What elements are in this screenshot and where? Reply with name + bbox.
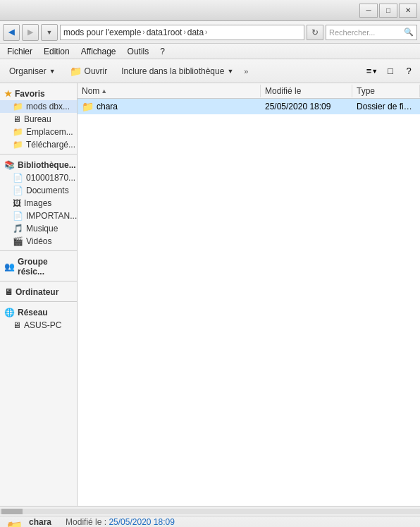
menu-affichage[interactable]: Affichage <box>75 45 122 58</box>
sidebar-item-telechargements[interactable]: 📁 Téléchargé... <box>0 138 77 151</box>
sidebar-divider-3 <box>0 281 77 281</box>
sidebar-item-asus-pc[interactable]: 🖥 ASUS-PC <box>0 319 77 332</box>
file-row[interactable]: 📁 chara 25/05/2020 18:09 Dossier de fich… <box>78 99 420 114</box>
sidebar-item-important[interactable]: 📄 IMPORTAN... <box>0 210 77 222</box>
doc-icon: 📄 <box>13 211 23 221</box>
close-button[interactable]: ✕ <box>399 4 417 18</box>
menu-outils[interactable]: Outils <box>122 45 155 58</box>
star-icon: ★ <box>4 89 12 99</box>
back-button[interactable]: ◀ <box>3 24 20 41</box>
doc-icon: 📄 <box>13 186 23 195</box>
sidebar-item-label: Documents <box>26 186 69 195</box>
status-name: chara <box>29 517 51 527</box>
title-bar: ─ □ ✕ <box>0 0 420 21</box>
search-icon: 🔍 <box>404 28 414 37</box>
organize-button[interactable]: Organiser ▼ <box>3 62 62 80</box>
address-box[interactable]: mods pour l'exemple › data1root › data › <box>60 25 304 40</box>
group-reseau-section: 👥 Groupe résic... <box>0 254 77 278</box>
toolbar-right: ≡ ▼ □ ? <box>364 63 417 80</box>
open-folder-icon: 📁 <box>70 66 82 77</box>
include-label: Inclure dans la bibliothèque <box>121 66 224 76</box>
network-section: 🌐 Réseau 🖥 ASUS-PC <box>0 305 77 332</box>
sidebar-divider-4 <box>0 301 77 302</box>
col-name-label: Nom <box>82 86 99 96</box>
open-button[interactable]: 📁 Ouvrir <box>63 62 114 80</box>
col-header-name[interactable]: Nom ▲ <box>78 85 261 97</box>
minimize-button[interactable]: ─ <box>359 4 378 18</box>
sidebar-item-label: Musique <box>26 224 58 234</box>
refresh-button[interactable]: ↻ <box>307 25 323 40</box>
col-header-type[interactable]: Type <box>352 85 420 97</box>
sidebar-item-musique[interactable]: 🎵 Musique <box>0 222 77 235</box>
h-scrollbar[interactable] <box>0 506 420 516</box>
computer-icon: 🖥 <box>4 287 13 297</box>
path-label-1: mods pour l'exemple <box>63 28 141 37</box>
h-scrollbar-thumb[interactable] <box>1 509 23 514</box>
file-list: Nom ▲ Modifié le Type 📁 chara 25/05/2020… <box>78 83 420 506</box>
group-reseau-header[interactable]: 👥 Groupe résic... <box>0 254 77 278</box>
col-header-date[interactable]: Modifié le <box>261 85 352 97</box>
path-label-2: data1root <box>147 28 183 37</box>
sidebar: ★ Favoris 📁 mods dbx... 🖥 Bureau 📁 Empla… <box>0 83 78 506</box>
path-segment-1: mods pour l'exemple <box>63 28 141 37</box>
preview-button[interactable]: □ <box>382 63 399 80</box>
sidebar-item-label: 010001870... <box>26 173 75 183</box>
view-chevron: ▼ <box>371 68 378 75</box>
path-segment-3: data <box>187 28 204 37</box>
sidebar-item-videos[interactable]: 🎬 Vidéos <box>0 235 77 248</box>
sidebar-item-emplacements[interactable]: 📁 Emplacem... <box>0 126 77 138</box>
sidebar-item-0100[interactable]: 📄 010001870... <box>0 171 77 184</box>
include-library-button[interactable]: Inclure dans la bibliothèque ▼ <box>115 62 240 80</box>
view-options-button[interactable]: ≡ ▼ <box>364 63 381 80</box>
open-label: Ouvrir <box>85 66 108 76</box>
menu-help[interactable]: ? <box>154 45 171 58</box>
computer-section: 🖥 Ordinateur <box>0 284 77 298</box>
desktop-icon: 🖥 <box>13 114 21 124</box>
pc-icon: 🖥 <box>13 320 21 330</box>
status-modified-label: Modifié le : <box>66 517 106 527</box>
help-button[interactable]: ? <box>400 63 417 80</box>
favorites-section: ★ Favoris 📁 mods dbx... 🖥 Bureau 📁 Empla… <box>0 86 77 151</box>
folder-icon: 📁 <box>13 127 23 137</box>
sidebar-item-label: IMPORTAN... <box>26 211 77 221</box>
search-box[interactable]: Rechercher... 🔍 <box>326 25 417 40</box>
sidebar-item-documents[interactable]: 📄 Documents <box>0 184 77 197</box>
sidebar-item-images[interactable]: 🖼 Images <box>0 197 77 210</box>
sidebar-item-label: Emplacem... <box>26 127 73 137</box>
dropdown-button[interactable]: ▼ <box>41 24 58 41</box>
sidebar-item-mods[interactable]: 📁 mods dbx... <box>0 100 77 113</box>
menu-fichier[interactable]: Fichier <box>1 45 38 58</box>
computer-header[interactable]: 🖥 Ordinateur <box>0 284 77 298</box>
organize-label: Organiser <box>9 66 47 76</box>
status-folder-icon: 📁 <box>6 519 23 528</box>
status-modified-date: 25/05/2020 18:09 <box>109 517 174 527</box>
file-cell-name: 📁 chara <box>78 100 261 113</box>
sidebar-item-label: Images <box>24 198 51 208</box>
status-info: chara Modifié le : 25/05/2020 18:09 Doss… <box>29 517 175 528</box>
window-controls: ─ □ ✕ <box>359 4 417 18</box>
menu-edition[interactable]: Edition <box>38 45 75 58</box>
libraries-section: 📚 Bibliothèque... 📄 010001870... 📄 Docum… <box>0 157 77 248</box>
group-reseau-label: Groupe résic... <box>18 257 73 277</box>
video-icon: 🎬 <box>13 236 23 246</box>
favorites-header[interactable]: ★ Favoris <box>0 86 77 100</box>
sort-arrow: ▲ <box>101 87 107 95</box>
col-type-label: Type <box>357 86 375 96</box>
search-placeholder: Rechercher... <box>329 28 375 37</box>
computer-label: Ordinateur <box>16 287 58 297</box>
organize-chevron: ▼ <box>49 68 56 75</box>
sidebar-item-bureau[interactable]: 🖥 Bureau <box>0 113 77 126</box>
sidebar-item-label: ASUS-PC <box>24 320 61 330</box>
library-icon: 📚 <box>4 160 15 170</box>
col-date-label: Modifié le <box>265 86 301 96</box>
maximize-button[interactable]: □ <box>379 4 397 18</box>
view-icon: ≡ <box>366 66 372 76</box>
more-button[interactable]: » <box>241 65 251 78</box>
libraries-header[interactable]: 📚 Bibliothèque... <box>0 157 77 171</box>
path-sep-1: › <box>142 28 144 36</box>
network-label: Réseau <box>18 308 48 317</box>
sidebar-item-label: Bureau <box>24 114 51 124</box>
forward-button[interactable]: ▶ <box>22 24 39 41</box>
sidebar-divider-1 <box>0 154 77 155</box>
network-header[interactable]: 🌐 Réseau <box>0 305 77 319</box>
